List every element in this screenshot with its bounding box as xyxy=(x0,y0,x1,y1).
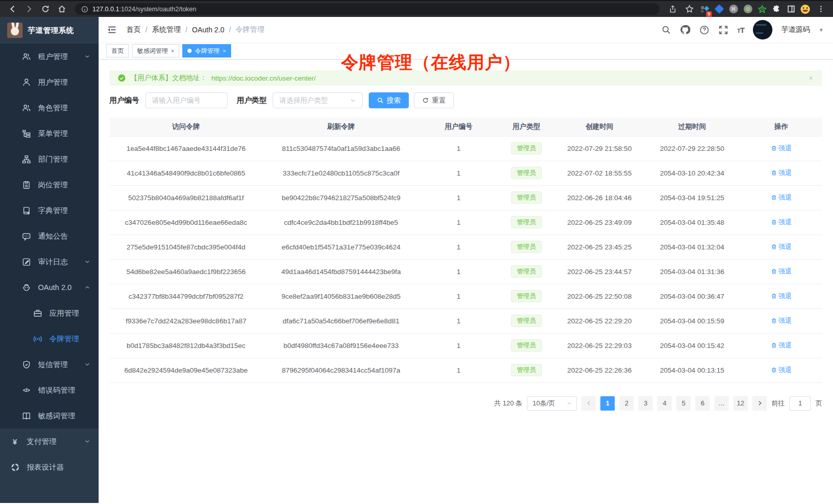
force-logout-button[interactable]: 强退 xyxy=(771,218,792,227)
alert-close-icon[interactable]: × xyxy=(809,74,813,82)
force-logout-button[interactable]: 强退 xyxy=(771,144,792,153)
page-info-icon[interactable] xyxy=(81,6,88,13)
profile-avatar-icon[interactable] xyxy=(799,3,811,15)
sidebar-item-短信管理[interactable]: 短信管理 xyxy=(0,352,99,377)
user-avatar[interactable] xyxy=(753,20,772,40)
font-size-icon[interactable]: TT xyxy=(737,26,744,34)
url-bar[interactable]: 127.0.0.1:1024/system/oauth2/token xyxy=(75,3,659,15)
force-logout-button[interactable]: 强退 xyxy=(771,193,792,202)
column-header-刷新令牌: 刷新令牌 xyxy=(262,118,419,136)
extension-dict-icon[interactable]: 9 xyxy=(698,3,711,15)
sidebar-item-审计日志[interactable]: 审计日志 xyxy=(0,249,99,275)
sidebar-item-菜单管理[interactable]: 菜单管理 xyxy=(0,121,99,146)
goto-page-input[interactable] xyxy=(789,396,811,411)
top-navbar: 首页/系统管理/OAuth 2.0/令牌管理 TT 芋道源码 ▼ xyxy=(99,17,833,43)
force-logout-button[interactable]: 强退 xyxy=(771,316,792,325)
tab-close-icon[interactable]: × xyxy=(171,48,174,54)
page-button-5[interactable]: 5 xyxy=(676,396,691,411)
next-page-button[interactable] xyxy=(752,396,767,411)
page-buttons: 123456…12 xyxy=(600,396,748,411)
expire-time-cell: 2022-07-29 22:28:50 xyxy=(644,136,740,161)
page-button-3[interactable]: 3 xyxy=(638,396,653,411)
force-logout-button[interactable]: 强退 xyxy=(771,292,792,301)
sidebar-item-令牌管理[interactable]: 令牌管理 xyxy=(0,326,99,352)
browser-reload-icon[interactable] xyxy=(38,3,52,16)
prev-page-button[interactable] xyxy=(581,396,596,411)
url-path: :1024/system/oauth2/token xyxy=(119,6,196,13)
bookmark-star-icon[interactable] xyxy=(682,3,696,16)
sidebar-item-OAuth 2.0[interactable]: OAuth 2.0 xyxy=(0,275,99,300)
tab-令牌管理[interactable]: 令牌管理× xyxy=(182,44,231,57)
user-icon xyxy=(22,77,31,87)
sidebar-item-部门管理[interactable]: 部门管理 xyxy=(0,146,99,172)
github-icon[interactable] xyxy=(680,25,690,35)
extension-command-icon[interactable]: ⌘ xyxy=(727,3,740,15)
refresh-token-cell: b0df4980ffd34c67a08f9156e4eee733 xyxy=(262,333,419,358)
user-id-cell: 1 xyxy=(420,185,498,210)
user-menu-caret-icon[interactable]: ▼ xyxy=(819,27,824,33)
sidebar-item-应用管理[interactable]: 应用管理 xyxy=(0,300,99,326)
sidebar-item-报表设计器[interactable]: 报表设计器 xyxy=(0,454,99,480)
tab-首页[interactable]: 首页 xyxy=(106,44,129,57)
tab-close-icon[interactable]: × xyxy=(222,48,225,54)
extension-gem-icon[interactable] xyxy=(713,3,725,15)
browser-menu-icon[interactable] xyxy=(813,3,828,16)
search-button[interactable]: 搜索 xyxy=(369,92,409,108)
sidebar-item-通知公告[interactable]: 通知公告 xyxy=(0,223,99,249)
tab-敏感词管理[interactable]: 敏感词管理× xyxy=(132,44,179,57)
user-id-input[interactable] xyxy=(145,92,228,108)
breadcrumb-item-首页[interactable]: 首页 xyxy=(126,25,141,34)
tab-label: 敏感词管理 xyxy=(137,47,168,55)
page-button-1[interactable]: 1 xyxy=(600,396,615,411)
sidebar-item-支付管理[interactable]: ¥支付管理 xyxy=(0,429,99,454)
reset-button[interactable]: 重置 xyxy=(414,92,454,108)
page-size-select[interactable]: 10条/页 xyxy=(527,396,577,411)
sidebar-panel-icon[interactable] xyxy=(785,3,797,15)
force-logout-button[interactable]: 强退 xyxy=(771,267,792,276)
browser-forward-icon[interactable] xyxy=(22,3,36,16)
sidebar-item-租户管理[interactable]: 租户管理 xyxy=(0,44,99,69)
force-logout-button[interactable]: 强退 xyxy=(771,242,792,251)
page-button-2[interactable]: 2 xyxy=(619,396,634,411)
user-type-badge: 管理员 xyxy=(511,216,542,228)
share-icon[interactable] xyxy=(666,3,680,16)
page-button-6[interactable]: 6 xyxy=(695,396,710,411)
sidebar-item-字典管理[interactable]: 字典管理 xyxy=(0,198,99,223)
force-logout-button[interactable]: 强退 xyxy=(771,341,792,350)
chevron-down-icon xyxy=(566,400,572,406)
help-icon[interactable] xyxy=(699,25,709,35)
force-logout-button[interactable]: 强退 xyxy=(771,168,792,178)
force-logout-button[interactable]: 强退 xyxy=(771,365,792,375)
sidebar-item-错误码管理[interactable]: </>错误码管理 xyxy=(0,377,99,403)
sidebar-item-角色管理[interactable]: 角色管理 xyxy=(0,95,99,121)
extension-puzzle-icon[interactable] xyxy=(770,3,783,15)
page-button-4[interactable]: 4 xyxy=(657,396,672,411)
browser-home-icon[interactable] xyxy=(54,3,69,16)
sidebar-item-岗位管理[interactable]: 岗位管理 xyxy=(0,172,99,198)
collapse-sidebar-icon[interactable] xyxy=(107,24,118,35)
user-type-select[interactable]: 请选择用户类型 xyxy=(273,92,363,108)
pagination: 共 120 条 10条/页 123456…12 前往 页 xyxy=(109,396,822,411)
access-token-cell: 54d6be82ee5a460a9aedc1f9bf223656 xyxy=(109,259,262,284)
breadcrumb-item-系统管理[interactable]: 系统管理 xyxy=(152,25,181,34)
extension-recorder-icon[interactable] xyxy=(742,3,754,15)
breadcrumb-separator: / xyxy=(185,26,187,34)
refresh-token-cell: 8796295f04064c2983414cc54af1097a xyxy=(262,358,419,382)
extension-star-icon[interactable] xyxy=(756,3,768,15)
fullscreen-icon[interactable] xyxy=(718,25,728,35)
refresh-token-cell: e6cfd40eb1f54571a31e775e039c4624 xyxy=(262,235,419,259)
url-host: 127.0.0.1 xyxy=(92,6,119,13)
action-cell: 强退 xyxy=(740,308,822,333)
sidebar: 芋道管理系统 租户管理用户管理角色管理菜单管理部门管理岗位管理字典管理通知公告审… xyxy=(0,17,99,503)
page-ellipsis-button[interactable]: … xyxy=(714,396,729,411)
alert-doc-link[interactable]: https://doc.iocoder.cn/user-center/ xyxy=(212,74,316,82)
app-logo-row[interactable]: 芋道管理系统 xyxy=(0,17,99,44)
search-icon[interactable] xyxy=(661,25,671,35)
breadcrumb-item-OAuth 2.0[interactable]: OAuth 2.0 xyxy=(192,26,224,34)
page-button-12[interactable]: 12 xyxy=(733,396,748,411)
browser-back-icon[interactable] xyxy=(5,3,20,16)
sidebar-item-用户管理[interactable]: 用户管理 xyxy=(0,69,99,95)
table-row: c342377bf8b344799dcbf7bf095287f29ce8ef2a… xyxy=(109,284,822,308)
sidebar-item-敏感词管理[interactable]: 敏感词管理 xyxy=(0,403,99,429)
url-text: 127.0.0.1:1024/system/oauth2/token xyxy=(92,6,196,13)
